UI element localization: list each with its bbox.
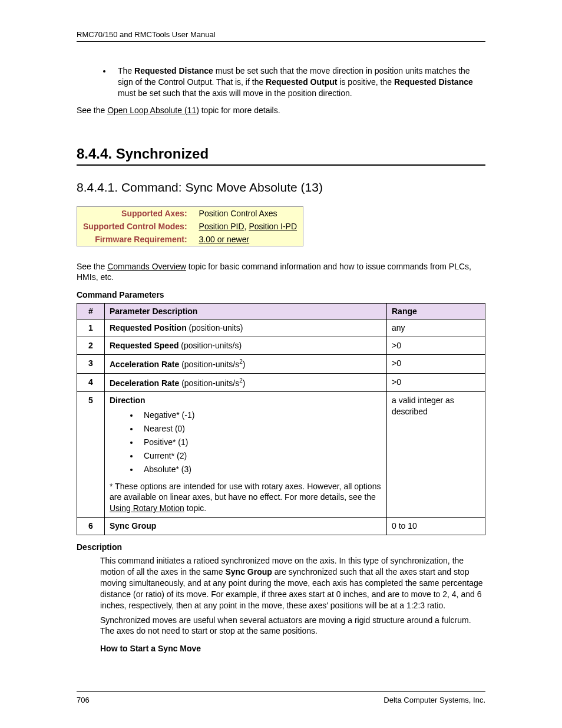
open-loop-absolute-link[interactable]: Open Loop Absolute (11) <box>107 106 199 115</box>
text: The <box>118 66 134 75</box>
section-heading: 8.4.4. Synchronized <box>77 146 485 166</box>
list-item: Negative* (-1) <box>139 410 382 421</box>
row-range: any <box>387 319 485 337</box>
col-num-header: # <box>77 304 105 319</box>
text: must be set such that the axis will move… <box>118 88 352 98</box>
direction-list: Negative* (-1) Nearest (0) Positive* (1)… <box>110 410 382 475</box>
param-units: ) <box>243 360 246 369</box>
row-range: a valid integer as described <box>387 392 485 518</box>
position-ipd-link[interactable]: Position I-PD <box>249 222 297 231</box>
param-units: ) <box>243 378 246 387</box>
row-desc: Requested Speed (position-units/s) <box>105 337 387 355</box>
row-desc: Acceleration Rate (position-units/s2) <box>105 355 387 374</box>
row-range: >0 <box>387 355 485 374</box>
description-para: Synchronized moves are useful when sever… <box>100 615 485 637</box>
table-row: 5 Direction Negative* (-1) Nearest (0) P… <box>77 392 485 518</box>
info-value: Position PID, Position I-PD <box>193 220 303 233</box>
direction-note: * These options are intended for use wit… <box>110 481 382 515</box>
command-parameters-heading: Command Parameters <box>77 290 485 299</box>
footer-company: Delta Computer Systems, Inc. <box>384 696 485 704</box>
info-label: Supported Control Modes: <box>77 220 193 233</box>
table-row: 3 Acceleration Rate (position-units/s2) … <box>77 355 485 374</box>
using-rotary-motion-link[interactable]: Using Rotary Motion <box>110 503 184 513</box>
row-desc: Deceleration Rate (position-units/s2) <box>105 373 387 392</box>
description-para: This command initiates a ratioed synchro… <box>100 555 485 611</box>
param-units: (position-units/s) <box>178 341 242 350</box>
info-label: Supported Axes: <box>77 206 193 220</box>
row-num: 6 <box>77 518 105 535</box>
param-name: Deceleration Rate <box>110 378 179 387</box>
parameters-table: # Parameter Description Range 1 Requeste… <box>77 303 485 535</box>
info-value: Position Control Axes <box>193 206 303 220</box>
description-heading: Description <box>77 542 485 552</box>
table-row: 2 Requested Speed (position-units/s) >0 <box>77 337 485 355</box>
row-num: 5 <box>77 392 105 518</box>
text-bold: Sync Group <box>225 567 272 577</box>
commands-overview-link[interactable]: Commands Overview <box>107 262 186 271</box>
param-name: Sync Group <box>110 521 156 531</box>
intro-bullet-list: The Requested Distance must be set such … <box>77 65 485 99</box>
see-also-para: See the Open Loop Absolute (11) topic fo… <box>77 105 485 116</box>
row-num: 2 <box>77 337 105 355</box>
table-row: 4 Deceleration Rate (position-units/s2) … <box>77 373 485 392</box>
row-range: 0 to 10 <box>387 518 485 535</box>
row-desc: Requested Position (position-units) <box>105 319 387 337</box>
text: is positive, the <box>337 77 394 87</box>
list-item: Positive* (1) <box>139 437 382 448</box>
page-footer: 706 Delta Computer Systems, Inc. <box>77 691 485 704</box>
info-value: 3.00 or newer <box>193 233 303 246</box>
param-name: Requested Position <box>110 323 187 332</box>
list-item: Absolute* (3) <box>139 464 382 475</box>
param-name: Requested Speed <box>110 341 178 350</box>
list-item: Current* (2) <box>139 450 382 462</box>
intro-bullet: The Requested Distance must be set such … <box>112 65 485 99</box>
list-item: Nearest (0) <box>139 423 382 434</box>
see-commands-para: See the Commands Overview topic for basi… <box>77 261 485 284</box>
howto-heading: How to Start a Sync Move <box>100 644 485 653</box>
param-units: (position-units) <box>187 323 243 332</box>
col-desc-header: Parameter Description <box>105 304 387 319</box>
text: topic. <box>184 503 206 513</box>
position-pid-link[interactable]: Position PID <box>199 222 244 231</box>
text-bold: Requested Output <box>266 77 337 87</box>
info-label: Firmware Requirement: <box>77 233 193 246</box>
subsection-heading: 8.4.4.1. Command: Sync Move Absolute (13… <box>77 180 485 195</box>
info-box: Supported Axes: Position Control Axes Su… <box>77 206 303 246</box>
row-desc: Direction Negative* (-1) Nearest (0) Pos… <box>105 392 387 518</box>
page-number: 706 <box>77 696 90 704</box>
row-num: 1 <box>77 319 105 337</box>
param-units: (position-units/s <box>179 378 239 387</box>
text: * These options are intended for use wit… <box>110 482 381 502</box>
param-units: (position-units/s <box>179 360 239 369</box>
page-header: RMC70/150 and RMCTools User Manual <box>77 29 485 42</box>
row-range: >0 <box>387 337 485 355</box>
text-bold: Requested Distance <box>394 77 473 87</box>
row-num: 4 <box>77 373 105 392</box>
param-name: Direction <box>110 396 146 405</box>
row-num: 3 <box>77 355 105 374</box>
text: See the <box>77 262 107 271</box>
text: See the <box>77 106 107 115</box>
row-desc: Sync Group <box>105 518 387 535</box>
table-row: 6 Sync Group 0 to 10 <box>77 518 485 535</box>
row-range: >0 <box>387 373 485 392</box>
col-range-header: Range <box>387 304 485 319</box>
table-row: 1 Requested Position (position-units) an… <box>77 319 485 337</box>
param-name: Acceleration Rate <box>110 360 179 369</box>
header-text: RMC70/150 and RMCTools User Manual <box>77 30 216 39</box>
firmware-link[interactable]: 3.00 or newer <box>199 235 250 244</box>
text: topic for more details. <box>199 106 280 115</box>
text-bold: Requested Distance <box>134 66 213 75</box>
